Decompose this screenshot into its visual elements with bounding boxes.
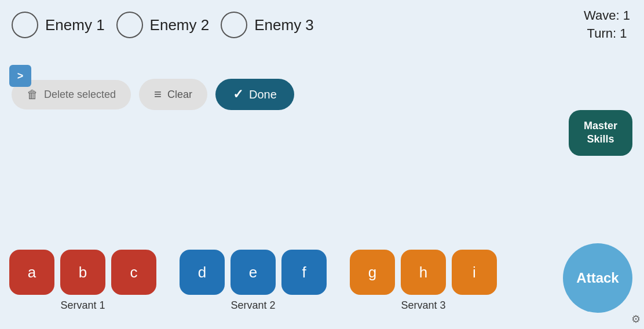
enemy-label-enemy-3: Enemy 3 — [254, 16, 314, 34]
menu-icon — [154, 87, 162, 102]
attack-label: Attack — [576, 270, 619, 286]
wave-info: Wave: 1 Turn: 1 — [584, 7, 630, 43]
wave-label: Wave: 1 — [584, 7, 630, 25]
settings-icon: ⚙ — [631, 313, 641, 326]
enemy-circle-enemy-3 — [221, 12, 247, 38]
card-card-a[interactable]: a — [9, 250, 54, 295]
clear-button[interactable]: Clear — [139, 79, 207, 110]
enemy-item-enemy-1[interactable]: Enemy 1 — [12, 12, 105, 38]
servant-cards-servant-3: ghi — [350, 250, 497, 295]
enemy-circle-enemy-2 — [116, 12, 143, 38]
card-card-h[interactable]: h — [401, 250, 446, 295]
action-bar: Delete selected Clear Done — [0, 79, 644, 110]
enemy-label-enemy-1: Enemy 1 — [45, 16, 105, 34]
servant-name-servant-1: Servant 1 — [60, 299, 105, 312]
enemy-label-enemy-2: Enemy 2 — [150, 16, 210, 34]
enemy-item-enemy-2[interactable]: Enemy 2 — [116, 12, 210, 38]
done-button[interactable]: Done — [215, 79, 294, 110]
card-card-d[interactable]: d — [180, 250, 225, 295]
enemy-circle-enemy-1 — [12, 12, 38, 38]
chevron-icon: > — [17, 70, 24, 82]
servant-name-servant-2: Servant 2 — [230, 299, 275, 312]
done-label: Done — [249, 88, 277, 101]
clear-label: Clear — [167, 89, 192, 101]
master-skills-button[interactable]: MasterSkills — [569, 110, 632, 156]
servant-cards-servant-1: abc — [9, 250, 156, 295]
attack-button[interactable]: Attack — [563, 243, 632, 313]
enemy-item-enemy-3[interactable]: Enemy 3 — [221, 12, 314, 38]
card-card-f[interactable]: f — [281, 250, 327, 295]
check-icon — [233, 87, 243, 102]
servant-name-servant-3: Servant 3 — [401, 299, 445, 312]
servants-section: abcServant 1defServant 2ghiServant 3 — [9, 250, 635, 312]
servant-group-servant-1: abcServant 1 — [9, 250, 156, 312]
card-card-e[interactable]: e — [230, 250, 276, 295]
card-card-b[interactable]: b — [60, 250, 105, 295]
chevron-button[interactable]: > — [9, 65, 31, 87]
servant-group-servant-2: defServant 2 — [180, 250, 327, 312]
servant-cards-servant-2: def — [180, 250, 327, 295]
card-card-c[interactable]: c — [111, 250, 156, 295]
card-card-g[interactable]: g — [350, 250, 395, 295]
trash-icon — [27, 88, 38, 101]
delete-label: Delete selected — [44, 89, 116, 101]
enemy-bar: Enemy 1Enemy 2Enemy 3 — [0, 0, 644, 44]
turn-label: Turn: 1 — [584, 25, 630, 43]
servant-group-servant-3: ghiServant 3 — [350, 250, 497, 312]
card-card-i[interactable]: i — [452, 250, 497, 295]
